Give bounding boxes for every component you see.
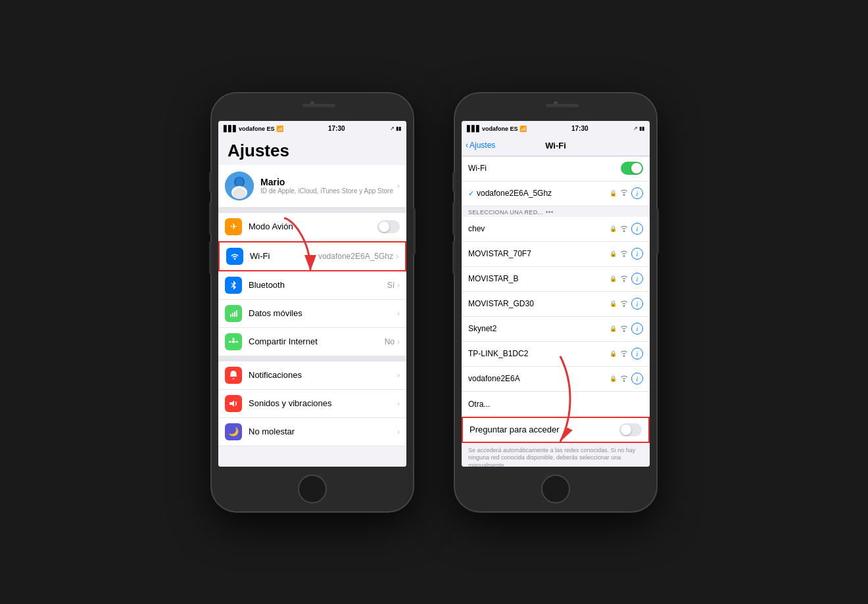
- wifi-status-icon: 📶: [519, 126, 527, 132]
- profile-row[interactable]: Mario ID de Apple, iCloud, iTunes Store …: [218, 165, 406, 208]
- wifi-toggle-row[interactable]: Wi-Fi: [462, 156, 650, 181]
- preguntar-description: Se accederá automáticamente a las redes …: [462, 443, 650, 467]
- network-info-btn[interactable]: i: [631, 323, 643, 335]
- current-network-info-btn[interactable]: i: [631, 187, 643, 199]
- network-row[interactable]: MOVISTAR_B 🔒 i: [462, 267, 650, 292]
- preguntar-toggle[interactable]: [619, 423, 642, 436]
- wifi-setting-label: Wi-Fi: [250, 251, 318, 261]
- network-info-btn[interactable]: i: [631, 223, 643, 235]
- lock-icon: 🔒: [610, 375, 617, 382]
- lock-icon: 🔒: [610, 190, 617, 197]
- wifi-screen-title: Wi-Fi: [545, 141, 566, 151]
- back-label: Ajustes: [470, 141, 495, 150]
- svg-point-4: [233, 188, 246, 200]
- mute-button-2: [452, 172, 455, 192]
- no-molestar-row[interactable]: 🌙 No molestar ›: [218, 418, 406, 446]
- network-name: TP-LINK_B1DC2: [468, 349, 610, 358]
- bluetooth-icon: [225, 277, 242, 294]
- current-network-icons: 🔒 i: [610, 187, 643, 199]
- datos-moviles-row[interactable]: Datos móviles ›: [218, 300, 406, 328]
- speaker-2: [546, 104, 579, 107]
- compartir-row[interactable]: Compartir Internet No ›: [218, 328, 406, 356]
- wifi-chevron-icon: ›: [396, 252, 398, 261]
- network-row[interactable]: chev 🔒 i: [462, 217, 650, 242]
- svg-rect-5: [230, 314, 231, 317]
- otra-row[interactable]: Otra...: [462, 392, 650, 417]
- wifi-row[interactable]: Wi-Fi vodafone2E6A_5Ghz ›: [218, 241, 406, 271]
- mute-button: [209, 172, 212, 192]
- network-icons: 🔒 i: [610, 273, 643, 285]
- phone-2: ▋▋▋ vodafone ES 📶 17:30 ↗ ▮▮ ‹ Ajustes W…: [454, 92, 658, 513]
- carrier-signal-2: ▋▋▋ vodafone ES 📶: [467, 126, 527, 132]
- lock-icon: 🔒: [610, 350, 617, 357]
- network-list: chev 🔒 i MOVISTAR_70F7 🔒 i MOVISTAR_B: [462, 217, 650, 417]
- network-row[interactable]: MOVISTAR_GD30 🔒 i: [462, 292, 650, 317]
- notificaciones-row[interactable]: Notificaciones ›: [218, 361, 406, 390]
- network-icons: 🔒 i: [610, 323, 643, 335]
- network-info-btn[interactable]: i: [631, 273, 643, 285]
- network-name: Skynet2: [468, 324, 610, 333]
- network-row[interactable]: MOVISTAR_70F7 🔒 i: [462, 242, 650, 267]
- network-info-btn[interactable]: i: [631, 348, 643, 360]
- network-info-btn[interactable]: i: [631, 248, 643, 260]
- sonidos-row[interactable]: Sonidos y vibraciones ›: [218, 390, 406, 418]
- back-button[interactable]: ‹ Ajustes: [466, 141, 495, 150]
- network-icons: 🔒 i: [610, 348, 643, 360]
- bluetooth-value: Sí: [387, 281, 395, 290]
- bluetooth-row[interactable]: Bluetooth Sí ›: [218, 271, 406, 300]
- no-molestar-icon: 🌙: [225, 423, 242, 440]
- modo-avion-row[interactable]: ✈ Modo Avión: [218, 213, 406, 241]
- profile-subtitle: ID de Apple, iCloud, iTunes Store y App …: [260, 187, 397, 195]
- battery-area: ↗ ▮▮: [390, 126, 401, 131]
- carrier-name-2: vodafone ES: [482, 126, 518, 132]
- settings-screen: Ajustes Mario ID de Apple, iCloud, iTune…: [218, 135, 406, 467]
- datos-icon: [225, 305, 242, 322]
- network-name: vodafone2E6A: [468, 374, 610, 383]
- avatar: [225, 172, 254, 200]
- screen-2: ▋▋▋ vodafone ES 📶 17:30 ↗ ▮▮ ‹ Ajustes W…: [462, 121, 650, 467]
- modo-avion-toggle[interactable]: [377, 220, 400, 233]
- speaker-1: [302, 104, 335, 107]
- separator-1: [218, 208, 406, 213]
- carrier-name: vodafone ES: [239, 126, 275, 132]
- signal-bars-icon: ▋▋▋: [224, 126, 237, 132]
- network-name: chev: [468, 224, 610, 233]
- notificaciones-label: Notificaciones: [249, 370, 397, 380]
- network-name: MOVISTAR_B: [468, 274, 610, 283]
- wifi-toggle[interactable]: [621, 162, 643, 175]
- svg-rect-8: [236, 310, 237, 317]
- network-row[interactable]: vodafone2E6A 🔒 i: [462, 367, 650, 392]
- compartir-icon: [225, 333, 242, 350]
- lock-icon: 🔒: [610, 250, 617, 257]
- compartir-chevron-icon: ›: [397, 337, 400, 346]
- volume-down-button: [209, 241, 212, 274]
- current-network-row[interactable]: ✓ vodafone2E6A_5Ghz 🔒 i: [462, 181, 650, 206]
- power-button-2: [656, 208, 659, 254]
- sonidos-chevron-icon: ›: [397, 399, 400, 408]
- datos-chevron-icon: ›: [397, 309, 400, 318]
- sonidos-icon: [225, 395, 242, 412]
- lock-icon: 🔒: [610, 225, 617, 232]
- network-icons: 🔒 i: [610, 248, 643, 260]
- notificaciones-icon: [225, 367, 242, 384]
- network-row[interactable]: TP-LINK_B1DC2 🔒 i: [462, 342, 650, 367]
- current-network-label: vodafone2E6A_5Ghz: [477, 189, 610, 198]
- home-button-2[interactable]: [541, 475, 570, 503]
- network-icons: 🔒 i: [610, 373, 643, 384]
- wifi-setting-icon: [226, 248, 243, 265]
- network-info-btn[interactable]: i: [631, 373, 643, 384]
- network-row[interactable]: Skynet2 🔒 i: [462, 317, 650, 342]
- battery-2: ↗ ▮▮: [633, 126, 644, 131]
- profile-info: Mario ID de Apple, iCloud, iTunes Store …: [260, 177, 397, 195]
- battery-icon: ▮▮: [396, 126, 401, 131]
- svg-marker-16: [229, 400, 234, 407]
- network-info-btn[interactable]: i: [631, 298, 643, 310]
- wifi-icon: 📶: [276, 126, 283, 132]
- status-bar-1: ▋▋▋ vodafone ES 📶 17:30 ↗ ▮▮: [218, 121, 406, 135]
- time-2: 17:30: [571, 125, 589, 132]
- wifi-toggle-label: Wi-Fi: [468, 164, 621, 173]
- nav-bar: ‹ Ajustes Wi-Fi: [462, 135, 650, 156]
- preguntar-row[interactable]: Preguntar para acceder: [462, 417, 650, 443]
- home-button-1[interactable]: [298, 475, 327, 503]
- profile-name: Mario: [260, 177, 397, 187]
